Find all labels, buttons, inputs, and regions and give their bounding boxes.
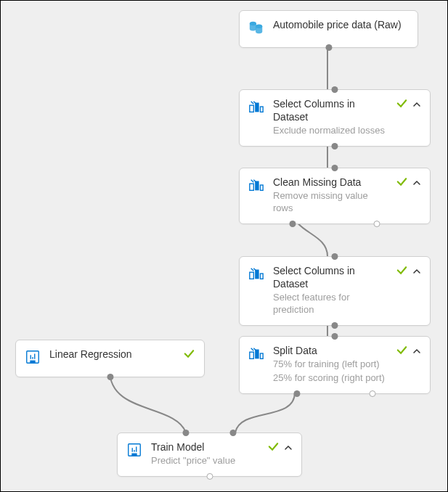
model-icon — [25, 349, 42, 368]
output-port[interactable] — [332, 143, 338, 149]
output-port-1[interactable] — [290, 221, 296, 227]
svg-rect-11 — [261, 274, 264, 279]
node-linear-regression[interactable]: Linear Regression — [15, 340, 205, 377]
svg-rect-4 — [255, 103, 259, 112]
check-icon — [396, 97, 408, 112]
svg-rect-16 — [261, 353, 264, 358]
check-icon — [267, 440, 280, 456]
node-data-source[interactable]: Automobile price data (Raw) — [239, 10, 418, 48]
node-split-data[interactable]: Split Data 75% for training (left port) … — [239, 336, 431, 394]
select-columns-icon — [248, 99, 266, 118]
output-port[interactable] — [332, 322, 338, 329]
input-port[interactable] — [332, 333, 338, 340]
svg-rect-9 — [250, 272, 254, 279]
node-title: Train Model — [151, 440, 260, 454]
output-port-2[interactable] — [370, 390, 376, 397]
input-port[interactable] — [332, 86, 338, 93]
node-select-columns-2[interactable]: Select Columns in Dataset Select feature… — [239, 256, 431, 326]
svg-rect-6 — [250, 184, 254, 190]
input-port[interactable] — [332, 165, 338, 171]
output-port[interactable] — [325, 44, 332, 51]
dataset-icon — [248, 20, 266, 38]
chevron-up-icon[interactable] — [412, 99, 421, 112]
node-train-model[interactable]: Train Model Predict "price" value — [117, 432, 302, 477]
check-icon — [183, 348, 195, 363]
node-subtitle-2: 25% for scoring (right port) — [273, 372, 388, 385]
svg-rect-10 — [255, 270, 259, 279]
svg-rect-3 — [250, 105, 254, 112]
node-subtitle: Remove missing value rows — [273, 190, 388, 215]
output-port-2[interactable] — [373, 221, 380, 227]
svg-rect-13 — [30, 361, 35, 364]
node-title: Linear Regression — [49, 348, 176, 361]
clean-data-icon — [248, 177, 266, 196]
svg-rect-5 — [261, 107, 264, 112]
check-icon — [396, 264, 408, 279]
split-data-icon — [248, 345, 266, 364]
node-subtitle-1: 75% for training (left port) — [273, 358, 388, 371]
output-port-1[interactable] — [293, 390, 300, 397]
select-columns-icon — [248, 266, 266, 284]
input-port[interactable] — [332, 253, 338, 260]
chevron-up-icon[interactable] — [412, 177, 421, 190]
check-icon — [396, 344, 408, 359]
chevron-up-icon[interactable] — [284, 442, 293, 455]
output-port[interactable] — [206, 473, 213, 480]
node-title: Select Columns in Dataset — [273, 97, 388, 123]
input-port-1[interactable] — [182, 430, 189, 436]
train-model-icon — [126, 442, 144, 461]
node-select-columns-1[interactable]: Select Columns in Dataset Exclude normal… — [239, 89, 431, 147]
node-title: Clean Missing Data — [273, 176, 388, 189]
node-subtitle: Exclude normalized losses — [273, 125, 388, 137]
chevron-up-icon[interactable] — [412, 266, 421, 279]
svg-rect-15 — [255, 350, 259, 359]
svg-rect-18 — [131, 454, 137, 456]
chevron-up-icon[interactable] — [412, 345, 421, 358]
svg-rect-14 — [250, 352, 254, 358]
output-port[interactable] — [107, 374, 113, 380]
check-icon — [396, 176, 408, 191]
connector-layer — [1, 1, 448, 492]
node-title: Select Columns in Dataset — [273, 264, 388, 290]
node-clean-missing-data[interactable]: Clean Missing Data Remove missing value … — [239, 168, 431, 224]
node-title: Split Data — [273, 344, 388, 357]
input-port-2[interactable] — [230, 430, 237, 436]
node-title: Automobile price data (Raw) — [273, 18, 409, 31]
svg-rect-7 — [255, 181, 259, 191]
node-subtitle: Predict "price" value — [151, 455, 260, 467]
node-subtitle: Select features for prediction — [273, 292, 388, 316]
svg-rect-8 — [261, 185, 264, 190]
